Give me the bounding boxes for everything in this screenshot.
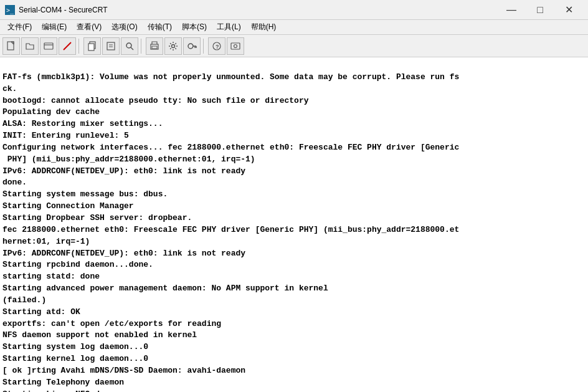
terminal-line: [ ok ]rting Avahi mDNS/DNS-SD Daemon: av… [2, 365, 586, 377]
toolbar-quickconnect[interactable] [40, 37, 57, 55]
menu-options[interactable]: 选项(O) [107, 20, 142, 34]
terminal-line: PHY] (mii_bus:phy_addr=2188000.ethernet:… [2, 154, 586, 166]
menu-tools[interactable]: 工具(L) [212, 20, 246, 34]
terminal-output: FAT-fs (mmcblk3p1): Volume was not prope… [0, 57, 588, 392]
toolbar: ? [0, 35, 588, 57]
terminal-line: FAT-fs (mmcblk3p1): Volume was not prope… [2, 72, 586, 84]
minimize-button[interactable]: — [497, 0, 526, 20]
terminal-line: fec 2188000.ethernet eth0: Freescale FEC… [2, 224, 586, 236]
terminal-line: Starting Telephony daemon [2, 377, 586, 389]
svg-rect-4 [44, 43, 53, 49]
toolbar-copy[interactable] [83, 37, 101, 55]
terminal-line: INIT: Entering runlevel: 5 [2, 130, 586, 142]
terminal-line: Populating dev cache [2, 107, 586, 118]
terminal-line: NFS daemon support not enabled in kernel [2, 330, 586, 342]
terminal-line: hernet:01, irq=-1) [2, 236, 586, 248]
toolbar-print[interactable] [146, 37, 163, 55]
window-controls: — □ ✕ [497, 0, 583, 20]
toolbar-separator-1 [78, 39, 81, 54]
svg-point-16 [172, 44, 175, 47]
menu-scripts[interactable]: 脚本(S) [177, 20, 212, 34]
toolbar-settings[interactable] [164, 37, 182, 55]
svg-point-12 [126, 43, 131, 48]
menu-bar: 文件(F) 编辑(E) 查看(V) 选项(O) 传输(T) 脚本(S) 工具(L… [0, 20, 588, 35]
terminal-line: starting statd: done [2, 271, 586, 283]
svg-rect-8 [88, 44, 94, 50]
terminal-line: Starting Connection Manager [2, 201, 586, 213]
toolbar-disconnect[interactable] [59, 37, 76, 55]
svg-rect-9 [107, 42, 115, 50]
svg-point-24 [234, 44, 237, 47]
terminal-line: bootlogd: cannot allocate pseudo tty: No… [2, 95, 586, 107]
terminal-line: IPv6: ADDRCONF(NETDEV_UP): eth0: link is… [2, 248, 586, 260]
menu-transfer[interactable]: 传输(T) [143, 20, 177, 34]
window-title: Serial-COM4 - SecureCRT [19, 6, 107, 14]
svg-text:>_: >_ [6, 7, 14, 14]
menu-view[interactable]: 查看(V) [72, 20, 107, 34]
toolbar-find[interactable] [121, 37, 138, 55]
terminal-line: Starting Linux NFC daemon [2, 389, 586, 392]
toolbar-separator-2 [141, 39, 143, 54]
toolbar-paste[interactable] [102, 37, 120, 55]
menu-help[interactable]: 帮助(H) [246, 20, 282, 34]
svg-rect-15 [152, 46, 157, 49]
app-icon: >_ [5, 5, 15, 15]
terminal-line: exportfs: can't open /etc/exports for re… [2, 318, 586, 330]
terminal-line: Starting Dropbear SSH server: dropbear. [2, 213, 586, 224]
terminal-line: Starting kernel log daemon...0 [2, 353, 586, 365]
terminal-line: Starting rpcbind daemon...done. [2, 259, 586, 271]
terminal-line: Starting system log daemon...0 [2, 342, 586, 353]
title-bar: >_ Serial-COM4 - SecureCRT — □ ✕ [0, 0, 588, 20]
terminal-line: Starting atd: OK [2, 307, 586, 318]
terminal-line: Starting advanced power management daemo… [2, 283, 586, 295]
maximize-button[interactable]: □ [526, 0, 554, 20]
toolbar-help[interactable]: ? [208, 37, 225, 55]
svg-rect-23 [231, 43, 240, 49]
terminal-line: ck. [2, 84, 586, 95]
toolbar-key[interactable] [183, 37, 201, 55]
terminal-line: IPv6: ADDRCONF(NETDEV_UP): eth0: link is… [2, 166, 586, 178]
menu-edit[interactable]: 编辑(E) [37, 20, 72, 34]
terminal-line: Starting system message bus: dbus. [2, 189, 586, 201]
toolbar-open[interactable] [21, 37, 39, 55]
menu-file[interactable]: 文件(F) [2, 20, 37, 34]
terminal-line: done. [2, 177, 586, 189]
terminal-line: Configuring network interfaces... fec 21… [2, 142, 586, 154]
svg-text:?: ? [216, 44, 219, 50]
terminal-line: (failed.) [2, 295, 586, 307]
title-bar-left: >_ Serial-COM4 - SecureCRT [5, 5, 107, 15]
svg-point-17 [188, 44, 193, 49]
close-button[interactable]: ✕ [554, 0, 583, 20]
toolbar-new[interactable] [2, 37, 20, 55]
toolbar-screenshot[interactable] [227, 37, 244, 55]
svg-line-6 [64, 42, 71, 50]
terminal-line: ALSA: Restoring mixer settings... [2, 118, 586, 130]
svg-line-13 [131, 47, 133, 50]
toolbar-separator-3 [203, 39, 206, 54]
